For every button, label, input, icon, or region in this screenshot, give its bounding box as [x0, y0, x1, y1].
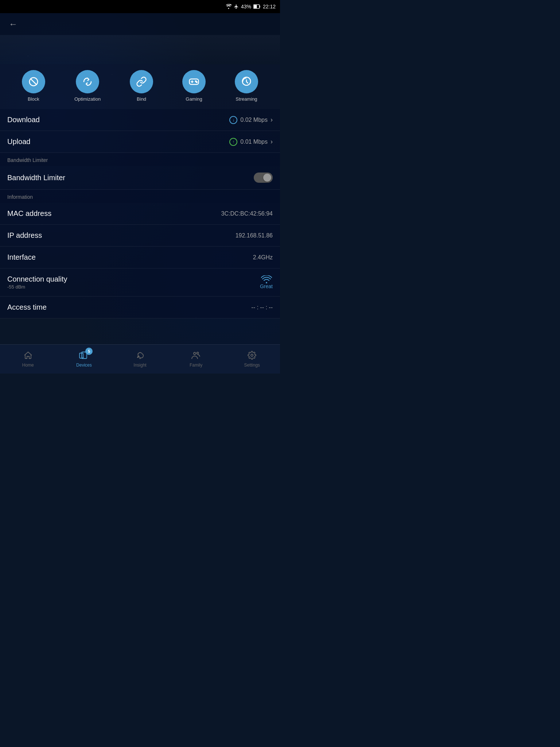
- streaming-icon: [241, 76, 252, 87]
- action-bind[interactable]: Bind: [130, 70, 153, 102]
- streaming-icon-circle: [235, 70, 258, 93]
- optimization-label: Optimization: [74, 96, 101, 102]
- download-chevron: ›: [271, 116, 273, 124]
- svg-point-15: [251, 354, 253, 356]
- connection-quality-value: Great: [260, 283, 273, 289]
- nav-item-home[interactable]: Home: [0, 345, 56, 374]
- bandwidth-section-title: Bandwidth Limiter: [7, 157, 48, 163]
- interface-row: Interface 2.4GHz: [0, 247, 280, 268]
- wifi-status-icon: [226, 4, 232, 9]
- insight-nav-label: Insight: [133, 363, 146, 368]
- download-speed: 0.02 Mbps: [240, 117, 268, 123]
- download-label: Download: [7, 116, 40, 124]
- bandwidth-section-header: Bandwidth Limiter: [0, 153, 280, 166]
- status-icons: 43% 22:12: [226, 4, 276, 9]
- bind-label: Bind: [137, 96, 146, 102]
- mac-address-value-container: 3C:DC:BC:42:56:94: [221, 210, 273, 217]
- optimization-icon: [82, 76, 93, 87]
- ip-address-label: IP address: [7, 231, 42, 240]
- insight-icon: [136, 351, 144, 361]
- action-streaming[interactable]: Streaming: [235, 70, 258, 102]
- mac-address-label: MAC address: [7, 209, 51, 218]
- interface-value-container: 2.4GHz: [253, 254, 273, 261]
- bind-icon: [136, 76, 147, 87]
- back-button[interactable]: ←: [6, 18, 20, 31]
- quick-actions-bar: Block Optimization Bind: [0, 64, 280, 109]
- status-bar: 43% 22:12: [0, 0, 280, 13]
- interface-label: Interface: [7, 253, 36, 262]
- ip-address-row: IP address 192.168.51.86: [0, 225, 280, 247]
- nav-item-devices[interactable]: 5 Devices: [56, 345, 112, 374]
- information-section-title: Information: [7, 194, 33, 200]
- upload-value-container: ↑ 0.01 Mbps ›: [229, 138, 273, 146]
- access-time-value: -- : -- : --: [251, 304, 273, 311]
- toggle-thumb: [263, 174, 271, 182]
- settings-icon: [248, 351, 256, 361]
- action-block[interactable]: Block: [22, 70, 45, 102]
- home-icon: [23, 351, 33, 361]
- status-time: 22:12: [263, 4, 276, 9]
- nav-item-settings[interactable]: Settings: [224, 345, 280, 374]
- device-image-area: [0, 35, 280, 64]
- battery-icon: [253, 4, 261, 9]
- connection-quality-label-group: Connection quality -55 dBm: [7, 275, 67, 290]
- wifi-quality-icon: [261, 275, 272, 283]
- svg-point-14: [197, 352, 198, 354]
- main-content: Download ↓ 0.02 Mbps › Upload ↑ 0.01 Mbp…: [0, 109, 280, 318]
- bind-icon-circle: [130, 70, 153, 93]
- nav-item-family[interactable]: Family: [168, 345, 224, 374]
- interface-value: 2.4GHz: [253, 254, 273, 261]
- upload-chevron: ›: [271, 138, 273, 146]
- action-gaming[interactable]: Gaming: [182, 70, 206, 102]
- bandwidth-limiter-row[interactable]: Bandwidth Limiter: [0, 166, 280, 190]
- airplane-icon: [234, 4, 239, 9]
- upload-speed: 0.01 Mbps: [240, 139, 268, 145]
- information-section-header: Information: [0, 190, 280, 203]
- svg-point-13: [194, 352, 196, 355]
- access-time-label: Access time: [7, 303, 47, 311]
- upload-label: Upload: [7, 138, 30, 146]
- family-icon: [191, 351, 201, 361]
- upload-speed-icon: ↑: [229, 138, 237, 146]
- devices-badge: 5: [85, 348, 93, 355]
- upload-row[interactable]: Upload ↑ 0.01 Mbps ›: [0, 131, 280, 153]
- block-icon: [28, 76, 39, 87]
- svg-rect-1: [254, 5, 257, 8]
- download-row[interactable]: Download ↓ 0.02 Mbps ›: [0, 109, 280, 131]
- connection-quality-dbm: -55 dBm: [7, 284, 67, 290]
- block-label: Block: [28, 96, 39, 102]
- connection-quality-indicator: Great: [260, 275, 273, 289]
- access-time-row: Access time -- : -- : --: [0, 297, 280, 318]
- nav-item-insight[interactable]: Insight: [112, 345, 168, 374]
- streaming-label: Streaming: [236, 96, 257, 102]
- wifi-quality-bars: [261, 275, 271, 283]
- ip-address-value: 192.168.51.86: [236, 232, 273, 239]
- battery-percent: 43%: [241, 4, 251, 9]
- bandwidth-limiter-label: Bandwidth Limiter: [7, 174, 65, 182]
- svg-line-3: [30, 78, 37, 85]
- devices-nav-label: Devices: [76, 363, 92, 368]
- gaming-icon: [188, 76, 199, 87]
- home-nav-label: Home: [22, 363, 34, 368]
- svg-point-8: [196, 82, 197, 83]
- connection-quality-row: Connection quality -55 dBm Great: [0, 268, 280, 297]
- family-nav-label: Family: [190, 363, 202, 368]
- download-speed-icon: ↓: [229, 116, 237, 124]
- header: ←: [0, 13, 280, 35]
- gaming-icon-circle: [182, 70, 206, 93]
- optimization-icon-circle: [76, 70, 99, 93]
- settings-nav-label: Settings: [244, 363, 260, 368]
- mac-address-row: MAC address 3C:DC:BC:42:56:94: [0, 203, 280, 225]
- access-time-value-container: -- : -- : --: [251, 304, 273, 311]
- action-optimization[interactable]: Optimization: [74, 70, 101, 102]
- download-value-container: ↓ 0.02 Mbps ›: [229, 116, 273, 124]
- block-icon-circle: [22, 70, 45, 93]
- connection-quality-label: Connection quality: [7, 275, 67, 283]
- ip-address-value-container: 192.168.51.86: [236, 232, 273, 239]
- mac-address-value: 3C:DC:BC:42:56:94: [221, 210, 273, 217]
- bottom-navigation: Home 5 Devices Insight: [0, 344, 280, 374]
- bandwidth-limiter-toggle[interactable]: [254, 173, 273, 183]
- toggle-track: [254, 173, 273, 183]
- gaming-label: Gaming: [186, 96, 202, 102]
